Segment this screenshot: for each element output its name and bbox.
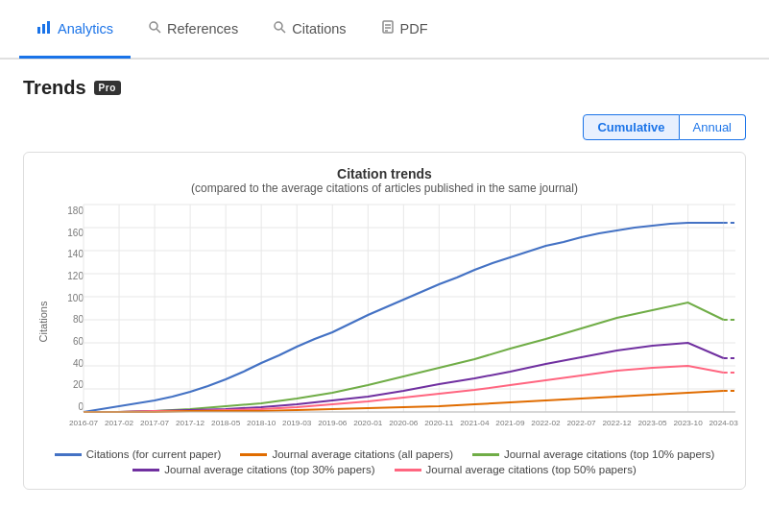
legend-color-citations: [55, 453, 82, 456]
tab-pdf-label: PDF: [400, 21, 428, 36]
y-axis-label-container: Citations: [34, 205, 53, 439]
cumulative-button[interactable]: Cumulative: [583, 114, 679, 140]
svg-text:2017-02: 2017-02: [105, 419, 134, 427]
y-tick-20: 20: [53, 380, 84, 390]
chart-container: Citation trends (compared to the average…: [23, 152, 746, 490]
chart-title-area: Citation trends (compared to the average…: [34, 166, 735, 195]
svg-text:2020-06: 2020-06: [389, 419, 419, 427]
tab-references[interactable]: References: [131, 1, 255, 59]
legend-label-all: Journal average citations (all papers): [272, 448, 453, 460]
y-tick-0: 0: [53, 402, 84, 412]
legend-item-top50: Journal average citations (top 50% paper…: [395, 464, 637, 475]
analytics-icon: [36, 19, 52, 37]
y-tick-140: 140: [53, 250, 84, 259]
legend-label-top50: Journal average citations (top 50% paper…: [426, 464, 637, 475]
pdf-icon: [381, 20, 395, 36]
chart-area: Citations 0 20 40 60 80 100 120 140 160 …: [34, 205, 735, 439]
svg-text:2021-09: 2021-09: [495, 419, 525, 427]
trends-header: Trends Pro: [23, 77, 746, 99]
legend-item-all: Journal average citations (all papers): [240, 448, 453, 460]
svg-rect-0: [37, 27, 40, 34]
y-tick-100: 100: [53, 294, 84, 303]
svg-point-3: [150, 22, 157, 30]
svg-text:2016-07: 2016-07: [69, 419, 99, 427]
svg-text:2017-07: 2017-07: [140, 419, 170, 427]
svg-text:2017-12: 2017-12: [176, 419, 205, 427]
citations-icon: [273, 20, 286, 36]
legend-color-all: [240, 453, 267, 456]
svg-rect-1: [42, 24, 45, 34]
page-content: Trends Pro Cumulative Annual Citation tr…: [0, 60, 769, 507]
tab-references-label: References: [167, 21, 238, 36]
svg-text:2019-03: 2019-03: [282, 419, 312, 427]
legend-color-top50: [395, 469, 421, 472]
svg-rect-2: [47, 21, 50, 34]
chart-subtitle: (compared to the average citations of ar…: [34, 181, 735, 195]
svg-text:2018-10: 2018-10: [247, 419, 276, 427]
svg-text:2019-06: 2019-06: [318, 419, 348, 427]
legend-label-top10: Journal average citations (top 10% paper…: [504, 448, 714, 460]
svg-line-4: [156, 29, 160, 33]
legend-item-top30: Journal average citations (top 30% paper…: [132, 464, 374, 475]
tab-bar: Analytics References Citations PDF: [0, 0, 769, 60]
tab-pdf[interactable]: PDF: [364, 1, 445, 59]
pro-badge: Pro: [94, 81, 121, 95]
y-axis: 0 20 40 60 80 100 120 140 160 180: [53, 205, 84, 439]
legend-color-top10: [472, 453, 499, 456]
svg-text:2023-10: 2023-10: [674, 419, 704, 427]
chart-svg-wrapper: 2016-07 2017-02 2017-07 2017-12 2018-05 …: [84, 205, 735, 439]
y-axis-label: Citations: [37, 302, 49, 343]
legend-color-top30: [132, 469, 159, 472]
legend-label-top30: Journal average citations (top 30% paper…: [164, 464, 374, 475]
legend-item-top10: Journal average citations (top 10% paper…: [472, 448, 714, 460]
y-tick-60: 60: [53, 337, 84, 347]
view-toggle-group: Cumulative Annual: [23, 114, 746, 140]
chart-legend: Citations (for current paper) Journal av…: [34, 448, 735, 475]
references-icon: [148, 20, 161, 36]
svg-text:2022-02: 2022-02: [531, 419, 561, 427]
tab-citations-label: Citations: [292, 21, 346, 36]
svg-line-6: [281, 29, 285, 33]
svg-text:2020-11: 2020-11: [424, 419, 454, 427]
annual-button[interactable]: Annual: [680, 114, 746, 140]
legend-item-citations: Citations (for current paper): [55, 448, 222, 460]
svg-text:2018-05: 2018-05: [211, 419, 241, 427]
y-tick-120: 120: [53, 272, 84, 281]
svg-point-5: [275, 22, 282, 30]
svg-text:2022-07: 2022-07: [566, 419, 596, 427]
y-tick-40: 40: [53, 359, 84, 369]
trends-title: Trends: [23, 77, 86, 99]
chart-svg: 2016-07 2017-02 2017-07 2017-12 2018-05 …: [84, 205, 735, 435]
y-tick-80: 80: [53, 315, 84, 325]
y-tick-160: 160: [53, 229, 84, 238]
svg-text:2023-05: 2023-05: [637, 419, 667, 427]
svg-text:2020-01: 2020-01: [353, 419, 383, 427]
tab-citations[interactable]: Citations: [255, 1, 363, 59]
tab-analytics-label: Analytics: [58, 21, 113, 36]
svg-text:2024-03: 2024-03: [709, 419, 739, 427]
svg-text:2021-04: 2021-04: [460, 419, 490, 427]
legend-label-citations: Citations (for current paper): [86, 448, 222, 460]
tab-analytics[interactable]: Analytics: [19, 1, 131, 59]
y-tick-180: 180: [53, 206, 84, 216]
chart-title: Citation trends: [34, 166, 735, 181]
svg-text:2022-12: 2022-12: [602, 419, 632, 427]
